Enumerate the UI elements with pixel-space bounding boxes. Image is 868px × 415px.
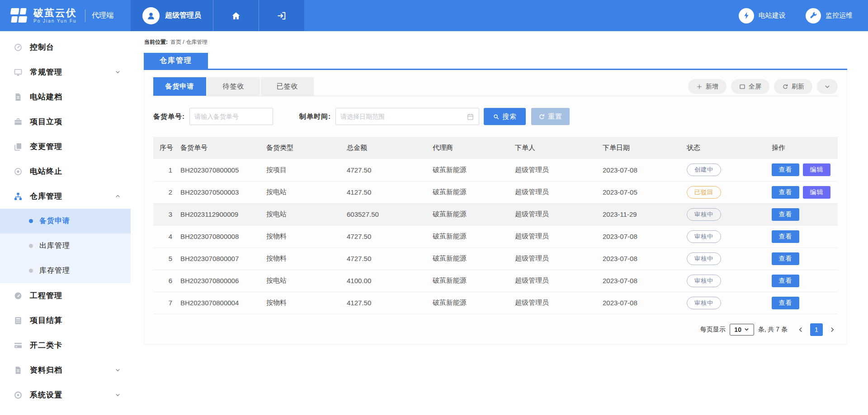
sidebar-item-general[interactable]: 常规管理 [0,60,131,84]
cell-amount: 4127.50 [343,181,429,203]
sidebar-item-system-settings[interactable]: 系统设置 [0,382,131,407]
chevron-down-icon [115,69,121,75]
header-shortcut-电站建设[interactable]: 电站建设 [739,8,786,23]
tab-备货申请[interactable]: 备货申请 [153,77,207,96]
order-date-label: 制单时间: [299,112,331,121]
sidebar-item-engineering[interactable]: 工程管理 [0,283,131,308]
fullscreen-icon [739,84,745,90]
sitemap-icon [14,192,23,201]
cell-index: 4 [153,225,177,247]
calendar-icon[interactable] [467,113,474,121]
cell-agent: 破茧新能源 [429,225,511,247]
search-button[interactable]: 搜索 [484,108,526,125]
sidebar-item-label: 电站终止 [30,166,62,177]
search-icon [493,113,500,120]
cell-actions: 查看 [768,203,838,225]
view-button[interactable]: 查看 [772,297,799,309]
tab-待签收[interactable]: 待签收 [207,77,261,96]
action-button-全屏[interactable]: 全屏 [731,79,769,94]
sidebar-item-change[interactable]: 变更管理 [0,134,131,159]
cell-status: 审核中 [683,270,768,292]
sidebar-subitem-inventory[interactable]: 库存管理 [0,258,131,283]
view-button[interactable]: 查看 [772,230,799,243]
more-actions-button[interactable] [817,79,838,94]
current-page-button[interactable]: 1 [810,323,823,336]
page-title-tab[interactable]: 仓库管理 [144,53,208,69]
sidebar-item-second-card[interactable]: 开二类卡 [0,333,131,358]
brand-title: 破茧云伏 [33,8,77,19]
per-page-select[interactable]: 10 [730,324,754,336]
cell-status: 审核中 [683,247,768,270]
logout-icon [277,11,287,21]
cell-actions: 查看 [768,225,838,247]
view-button[interactable]: 查看 [772,163,799,176]
sidebar-item-station-terminate[interactable]: 电站终止 [0,159,131,184]
brand-logo: 破茧云伏 Po Jian Yun Fu 代理端 [0,0,131,31]
current-user[interactable]: 超级管理员 [131,0,213,31]
sidebar-item-station-archive[interactable]: 电站建档 [0,84,131,109]
cell-status: 审核中 [683,225,768,247]
column-header-备货单号: 备货单号 [177,137,263,159]
cell-type: 按物料 [263,225,343,247]
breadcrumb-item[interactable]: 仓库管理 [186,39,208,45]
cell-agent: 破茧新能源 [429,247,511,270]
main-content: 当前位置:首页 / 仓库管理 仓库管理 备货申请待签收已签收 新增全屏刷新 备货… [131,31,868,415]
action-button-label: 全屏 [749,83,761,91]
next-page-button[interactable] [827,326,838,333]
edit-button[interactable]: 编辑 [803,163,830,176]
header-shortcut-监控运维[interactable]: 监控运维 [806,8,853,23]
sidebar-item-warehouse[interactable]: 仓库管理 [0,184,131,209]
action-button-新增[interactable]: 新增 [688,79,726,94]
column-header-下单日期: 下单日期 [599,137,683,159]
header-shortcut-label: 电站建设 [759,11,786,20]
briefcase-icon [14,117,23,126]
sidebar-subitem-outbound[interactable]: 出库管理 [0,233,131,258]
view-button[interactable]: 查看 [772,186,799,199]
order-no-label: 备货单号: [153,112,185,121]
panel-actions: 新增全屏刷新 [688,79,838,94]
cell-amount: 4100.00 [343,270,429,292]
column-header-代理商: 代理商 [429,137,511,159]
cell-amount: 4727.50 [343,225,429,247]
table-row: 2BH2023070500003按电站4127.50破茧新能源超级管理员2023… [153,181,838,203]
bullet-icon [29,219,33,223]
order-no-input[interactable] [194,113,268,120]
tab-已签收[interactable]: 已签收 [261,77,315,96]
view-button[interactable]: 查看 [772,208,799,221]
wrench-icon [806,8,821,23]
breadcrumb-item[interactable]: 首页 [170,39,181,45]
cell-date: 2023-07-05 [599,181,683,203]
portal-label: 代理端 [92,11,113,20]
cell-index: 1 [153,159,177,181]
sidebar-subitem-label: 出库管理 [39,241,70,251]
view-button[interactable]: 查看 [772,275,799,287]
cell-agent: 破茧新能源 [429,203,511,225]
date-range-input[interactable] [340,113,464,120]
sidebar-item-label: 工程管理 [30,290,62,301]
sidebar-item-console[interactable]: 控制台 [0,35,131,60]
file-icon [14,93,23,102]
cell-type: 按电站 [263,270,343,292]
cell-amount: 4727.50 [343,159,429,181]
gear-icon [14,391,23,400]
status-badge: 已驳回 [687,186,721,199]
prev-page-button[interactable] [795,326,806,333]
logout-button[interactable] [259,0,304,31]
edit-button[interactable]: 编辑 [803,186,830,199]
cell-orderer: 超级管理员 [511,203,599,225]
home-button[interactable] [213,0,259,31]
date-range-input-wrap [335,108,479,125]
sidebar-item-data-archive[interactable]: 资料归档 [0,358,131,382]
dashboard-icon [14,43,23,52]
reset-button[interactable]: 重置 [531,108,570,125]
caret-down-icon [744,327,749,332]
sidebar-item-project-setup[interactable]: 项目立项 [0,109,131,134]
view-button[interactable]: 查看 [772,252,799,265]
action-button-刷新[interactable]: 刷新 [774,79,812,94]
breadcrumb-separator: / [181,39,186,45]
sidebar-subitem-stock-apply[interactable]: 备货申请 [0,209,131,233]
cell-orderer: 超级管理员 [511,225,599,247]
sidebar-item-settlement[interactable]: 项目结算 [0,308,131,333]
per-page-label: 每页显示 [700,326,726,334]
status-badge: 审核中 [687,208,721,221]
